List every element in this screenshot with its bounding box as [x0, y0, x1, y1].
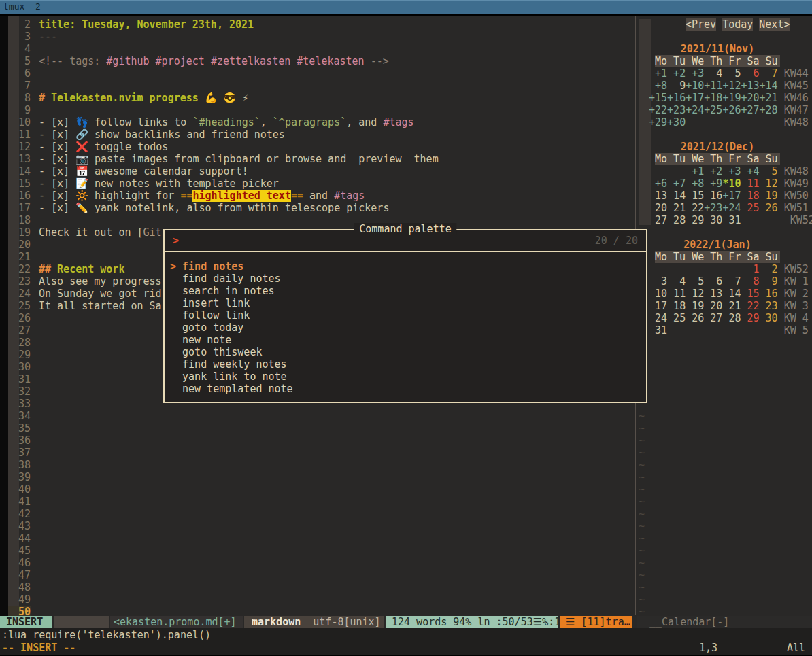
calendar-day-cell[interactable]: +6 [649, 177, 667, 190]
palette-item[interactable]: find weekly notes [170, 358, 646, 370]
editor-line[interactable]: 7 [8, 80, 39, 92]
calendar-day-cell[interactable]: +25 [704, 104, 722, 116]
editor-line[interactable]: 36 [8, 434, 39, 447]
calendar-day-cell[interactable]: +24 [722, 202, 741, 214]
editor-line[interactable]: 37 [8, 447, 39, 459]
calendar-today-button[interactable]: Today [722, 18, 753, 31]
calendar-day-cell[interactable]: 4 [704, 67, 722, 80]
editor-line[interactable]: 10- [x] 👣 follow links to `#headings`, `… [8, 116, 414, 128]
calendar-day-cell[interactable]: 31 [722, 214, 741, 226]
calendar-next-button[interactable]: Next> [759, 18, 790, 31]
calendar-prev-button[interactable]: <Prev [686, 18, 716, 31]
calendar-day-cell[interactable]: +28 [760, 104, 778, 116]
calendar-day-cell[interactable]: 21 [722, 300, 741, 312]
calendar-day-cell[interactable]: +14 [760, 80, 778, 92]
git-link[interactable]: Git [143, 226, 162, 239]
editor-line[interactable]: 3--- [8, 31, 57, 43]
calendar-day-cell[interactable]: 10 [649, 288, 667, 300]
calendar-day-cell[interactable]: 8 [741, 275, 759, 288]
calendar-day-cell[interactable]: 3 [649, 275, 667, 288]
calendar-day-cell[interactable]: 18 [741, 190, 759, 202]
calendar-day-cell[interactable]: +13 [741, 80, 759, 92]
calendar-day-cell[interactable]: 13 [649, 190, 667, 202]
editor-line[interactable]: 41 [8, 496, 39, 508]
calendar-day-cell[interactable]: 5 [760, 165, 778, 177]
calendar-day-cell[interactable]: +2 [704, 165, 722, 177]
editor-line[interactable]: 33 [8, 398, 39, 410]
calendar-day-cell[interactable]: +12 [722, 80, 741, 92]
calendar-day-cell[interactable]: 28 [667, 214, 686, 226]
calendar-day-cell[interactable]: +10 [686, 80, 704, 92]
editor-line[interactable]: 44 [8, 532, 39, 545]
editor-line[interactable]: 4 [8, 43, 39, 55]
palette-item[interactable]: follow link [170, 309, 646, 322]
editor-line[interactable]: 26 [8, 312, 39, 324]
calendar-day-cell[interactable]: 6 [741, 67, 759, 80]
palette-item[interactable]: new note [170, 334, 646, 346]
calendar-day-cell[interactable]: 28 [722, 312, 741, 324]
calendar-day-cell[interactable]: +3 [686, 67, 704, 80]
vim-command-line[interactable]: :lua require('telekasten').panel() [2, 629, 211, 641]
calendar-day-cell[interactable]: 15 [741, 288, 759, 300]
calendar-day-cell[interactable]: 20 [704, 300, 722, 312]
calendar-day-cell[interactable]: +26 [722, 104, 741, 116]
calendar-day-cell[interactable]: +3 [722, 165, 741, 177]
palette-item[interactable]: new templated note [170, 383, 646, 395]
calendar-day-cell[interactable]: 17 [649, 300, 667, 312]
editor-line[interactable]: 35 [8, 422, 39, 434]
editor-line[interactable]: 27 [8, 324, 39, 336]
calendar-day-cell[interactable]: +23 [704, 202, 722, 214]
calendar-day-cell[interactable]: +16 [667, 92, 686, 104]
calendar-day-cell[interactable]: 19 [686, 300, 704, 312]
editor-line[interactable]: 12- [x] ❌ toggle todos [8, 141, 168, 153]
calendar-day-cell[interactable]: 11 [741, 177, 759, 190]
calendar-day-cell[interactable]: +30 [667, 116, 686, 128]
editor-line[interactable]: 45 [8, 545, 39, 557]
calendar-day-cell[interactable]: 21 [667, 202, 686, 214]
calendar-day-cell[interactable]: +4 [741, 165, 759, 177]
editor-line[interactable]: 5<!-- tags: #github #project #zettelkast… [8, 55, 389, 67]
calendar-day-cell[interactable]: +7 [667, 177, 686, 190]
editor-line[interactable]: 31 [8, 373, 39, 385]
editor-line[interactable]: 43 [8, 520, 39, 532]
editor-line[interactable]: 30 [8, 361, 39, 373]
editor-line[interactable]: 8# Telekasten.nvim progress 💪 😎 ⚡ [8, 92, 254, 104]
calendar-day-cell[interactable]: +2 [667, 67, 686, 80]
editor-line[interactable]: 15- [x] 📝 new notes with template picker [8, 177, 279, 190]
calendar-day-cell[interactable]: 7 [722, 275, 741, 288]
calendar-day-cell[interactable]: +9 [704, 177, 722, 190]
calendar-day-cell[interactable]: +17 [722, 190, 741, 202]
calendar-day-cell[interactable]: +1 [649, 67, 667, 80]
editor-line[interactable]: 22## Recent work [8, 263, 124, 275]
calendar-day-cell[interactable]: 14 [667, 190, 686, 202]
calendar-day-cell[interactable]: 5 [686, 275, 704, 288]
calendar-day-cell[interactable]: 12 [760, 177, 778, 190]
calendar-day-cell[interactable]: 31 [649, 324, 667, 336]
editor-line[interactable]: 25It all started on Sa [8, 300, 162, 312]
editor-line[interactable]: 32 [8, 385, 39, 398]
editor-line[interactable]: 19Check it out on [Git [8, 226, 162, 239]
calendar-day-cell[interactable]: 12 [686, 288, 704, 300]
editor-line[interactable]: 16- [x] 🔆 highlight for ==highlighted te… [8, 190, 365, 202]
calendar-day-cell[interactable]: +8 [686, 177, 704, 190]
calendar-day-cell[interactable]: +19 [722, 92, 741, 104]
calendar-day-cell[interactable]: 27 [704, 312, 722, 324]
calendar-day-cell[interactable]: 16 [760, 288, 778, 300]
calendar-day-cell[interactable]: *10 [722, 177, 741, 190]
calendar-day-cell[interactable]: +17 [686, 92, 704, 104]
calendar-day-cell[interactable]: 4 [667, 275, 686, 288]
editor-line[interactable]: 48 [8, 581, 39, 593]
calendar-day-cell[interactable]: 29 [686, 214, 704, 226]
calendar-day-cell[interactable]: 15 [686, 190, 704, 202]
calendar-day-cell[interactable]: 26 [760, 202, 778, 214]
editor-line[interactable]: 46 [8, 557, 39, 569]
calendar-day-cell[interactable]: 11 [667, 288, 686, 300]
calendar-day-cell[interactable]: +20 [741, 92, 759, 104]
palette-item[interactable]: goto thisweek [170, 346, 646, 358]
calendar-day-cell[interactable]: 9 [760, 275, 778, 288]
calendar-day-cell[interactable]: 30 [760, 312, 778, 324]
editor-line[interactable]: 11- [x] 🔗 show backlinks and friend note… [8, 128, 285, 141]
editor-line[interactable]: 40 [8, 483, 39, 496]
calendar-day-cell[interactable]: 16 [704, 190, 722, 202]
palette-item[interactable]: find daily notes [170, 273, 646, 285]
